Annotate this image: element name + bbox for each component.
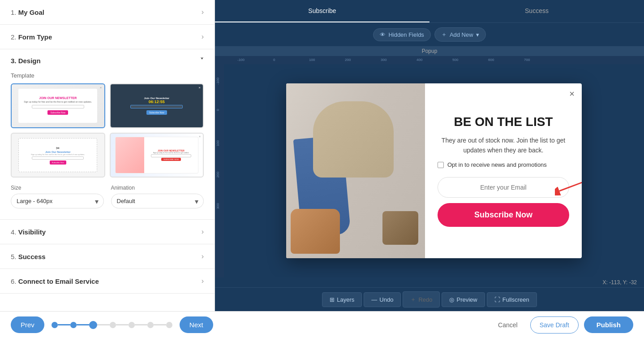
publish-button[interactable]: Publish bbox=[584, 316, 633, 333]
sidebar-section-success[interactable]: 5. Success › bbox=[0, 244, 215, 269]
sidebar: 1. My Goal › 2. Form Type › 3. Design ˅ … bbox=[0, 0, 215, 311]
plus-icon: ＋ bbox=[441, 30, 447, 39]
fullscreen-button[interactable]: ⛶ Fullscreen bbox=[487, 292, 537, 307]
section-number: 1. bbox=[11, 9, 18, 16]
sidebar-section-connect[interactable]: 6. Connect to Email Service › bbox=[0, 269, 215, 294]
footer-left: Prev Next bbox=[11, 316, 213, 333]
progress-dot-2 bbox=[70, 322, 77, 328]
save-draft-button[interactable]: Save Draft bbox=[530, 316, 579, 334]
scissors-icon: ✂ bbox=[56, 146, 60, 151]
close-icon: × bbox=[199, 135, 201, 138]
fullscreen-icon: ⛶ bbox=[494, 296, 500, 303]
footer: Prev Next Cancel Save Draft bbox=[0, 311, 644, 338]
preview-icon: ◎ bbox=[449, 296, 454, 303]
hidden-fields-button[interactable]: 👁 Hidden Fields bbox=[373, 28, 431, 41]
popup-image bbox=[286, 83, 425, 258]
canvas-area: Subscribe Success 👁 Hidden Fields ＋ Add … bbox=[215, 0, 644, 311]
tab-success[interactable]: Success bbox=[429, 0, 644, 22]
undo-button[interactable]: — Undo bbox=[364, 292, 401, 307]
progress-line-6 bbox=[154, 324, 166, 325]
close-button[interactable]: × bbox=[569, 89, 575, 99]
email-input[interactable] bbox=[438, 177, 569, 198]
section-label: My Goal bbox=[18, 9, 44, 16]
progress-dot-3 bbox=[89, 321, 97, 329]
size-label: Size bbox=[11, 185, 104, 191]
chevron-right-icon: › bbox=[202, 8, 204, 16]
tab-subscribe[interactable]: Subscribe bbox=[215, 0, 429, 22]
progress-line-4 bbox=[116, 324, 129, 325]
design-section-toggle[interactable]: 3. Design ˅ bbox=[11, 56, 204, 65]
chevron-right-icon: › bbox=[202, 252, 204, 260]
template-card-1[interactable]: × JOIN OUR NEWSLETTER Sign up today for … bbox=[11, 83, 105, 128]
size-animation-row: Size Large - 640px Medium - 480px Small … bbox=[11, 185, 204, 208]
add-new-button[interactable]: ＋ Add New ▾ bbox=[434, 27, 486, 42]
template-card-3[interactable]: ✂ Join Our Newsletter Sign up today for … bbox=[11, 133, 105, 178]
template-label: Template bbox=[11, 72, 204, 79]
footer-right: Cancel Save Draft Publish bbox=[491, 316, 633, 334]
horizontal-ruler: -100 0 100 200 300 400 500 600 700 bbox=[215, 56, 644, 64]
canvas-tabs: Subscribe Success bbox=[215, 0, 644, 23]
animation-select[interactable]: Default Fade Slide Bounce bbox=[111, 194, 204, 208]
canvas-toolbar: 👁 Hidden Fields ＋ Add New ▾ bbox=[215, 23, 644, 46]
progress-dot-1 bbox=[52, 322, 58, 328]
opt-in-label: Opt in to receive news and promotions bbox=[447, 161, 547, 168]
size-group: Size Large - 640px Medium - 480px Small … bbox=[11, 185, 104, 208]
coordinates-display: X: -113, Y: -32 bbox=[215, 277, 644, 287]
progress-line-2 bbox=[77, 324, 89, 325]
sidebar-section-design: 3. Design ˅ Template × JOIN OUR NEWSLETT… bbox=[0, 49, 215, 220]
layers-icon: ⊞ bbox=[330, 296, 335, 303]
chevron-right-icon: › bbox=[202, 228, 204, 236]
size-select[interactable]: Large - 640px Medium - 480px Small - 320… bbox=[11, 194, 104, 208]
close-icon: × bbox=[100, 86, 102, 90]
popup-modal: × BE ON THE LIST They are out of stock n… bbox=[286, 83, 582, 258]
chevron-right-icon: › bbox=[202, 277, 204, 285]
opt-in-checkbox[interactable] bbox=[438, 162, 444, 168]
popup-label: Popup bbox=[215, 46, 644, 56]
eye-icon: 👁 bbox=[380, 31, 386, 38]
popup-checkbox-row: Opt in to receive news and promotions bbox=[438, 161, 547, 168]
progress-line-5 bbox=[135, 324, 147, 325]
redo-button[interactable]: ＋ Redo bbox=[403, 291, 440, 308]
progress-dots bbox=[52, 321, 172, 329]
chevron-down-icon: ˅ bbox=[200, 56, 204, 65]
preview-button[interactable]: ◎ Preview bbox=[442, 292, 485, 307]
next-button[interactable]: Next bbox=[180, 316, 213, 333]
chevron-right-icon: › bbox=[202, 33, 204, 41]
section-label: Form Type bbox=[18, 33, 52, 41]
chevron-down-icon: ▾ bbox=[476, 31, 479, 38]
progress-dot-5 bbox=[129, 322, 135, 328]
progress-line-3 bbox=[97, 324, 110, 325]
undo-icon: — bbox=[371, 296, 377, 303]
template-card-4[interactable]: × JOIN OUR NEWSLETTER Sign up today for … bbox=[110, 133, 204, 178]
bottom-toolbar: ⊞ Layers — Undo ＋ Redo ◎ Preview ⛶ Fulls… bbox=[215, 287, 644, 311]
popup-headline: BE ON THE LIST bbox=[454, 115, 553, 129]
redo-icon: ＋ bbox=[410, 295, 416, 303]
animation-group: Animation Default Fade Slide Bounce bbox=[111, 185, 204, 208]
canvas-viewport: -100 0 100 200 300 bbox=[215, 64, 644, 277]
sidebar-section-form-type[interactable]: 2. Form Type › bbox=[0, 25, 215, 49]
template-grid: × JOIN OUR NEWSLETTER Sign up today for … bbox=[11, 83, 204, 178]
progress-dot-6 bbox=[147, 322, 154, 328]
popup-content: × BE ON THE LIST They are out of stock n… bbox=[425, 83, 582, 258]
sidebar-section-my-goal[interactable]: 1. My Goal › bbox=[0, 0, 215, 25]
subscribe-button[interactable]: Subscribe Now bbox=[438, 203, 569, 227]
cancel-button[interactable]: Cancel bbox=[491, 318, 525, 332]
progress-line-1 bbox=[58, 324, 70, 325]
progress-dot-7 bbox=[166, 322, 172, 328]
template-card-2[interactable]: × Join Our Newsletter 06:12:55 Subscribe… bbox=[110, 83, 204, 128]
popup-subtext: They are out of stock now. Join the list… bbox=[438, 135, 569, 156]
progress-dot-4 bbox=[110, 322, 116, 328]
close-icon: × bbox=[198, 86, 201, 90]
animation-label: Animation bbox=[111, 185, 204, 191]
layers-button[interactable]: ⊞ Layers bbox=[322, 292, 362, 307]
prev-button[interactable]: Prev bbox=[11, 316, 44, 333]
sidebar-section-visibility[interactable]: 4. Visibility › bbox=[0, 220, 215, 244]
